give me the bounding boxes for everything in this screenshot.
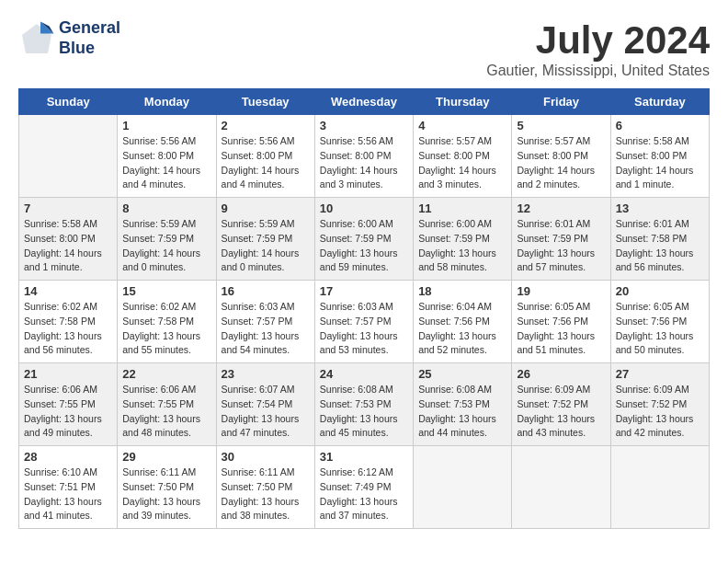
day-number: 4 xyxy=(418,119,506,132)
cell-content: Sunrise: 6:08 AMSunset: 7:53 PMDaylight:… xyxy=(320,383,408,441)
day-number: 13 xyxy=(616,201,704,215)
day-number: 7 xyxy=(24,201,112,215)
calendar-cell: 31Sunrise: 6:12 AMSunset: 7:49 PMDayligh… xyxy=(314,446,413,529)
day-number: 3 xyxy=(320,119,408,132)
cell-content: Sunrise: 6:01 AMSunset: 7:59 PMDaylight:… xyxy=(517,217,605,275)
day-number: 6 xyxy=(616,119,704,132)
calendar-cell: 28Sunrise: 6:10 AMSunset: 7:51 PMDayligh… xyxy=(19,446,118,529)
calendar-cell: 12Sunrise: 6:01 AMSunset: 7:59 PMDayligh… xyxy=(512,198,610,281)
day-header-thursday: Thursday xyxy=(414,89,512,115)
cell-content: Sunrise: 6:09 AMSunset: 7:52 PMDaylight:… xyxy=(616,383,704,441)
day-number: 20 xyxy=(616,284,704,298)
day-number: 8 xyxy=(122,201,210,215)
day-number: 31 xyxy=(320,450,408,464)
calendar-cell: 4Sunrise: 5:57 AMSunset: 8:00 PMDaylight… xyxy=(414,115,512,198)
cell-content: Sunrise: 6:11 AMSunset: 7:50 PMDaylight:… xyxy=(122,465,210,523)
day-number: 23 xyxy=(222,367,310,381)
calendar-cell: 2Sunrise: 5:56 AMSunset: 8:00 PMDaylight… xyxy=(216,115,314,198)
title-area: July 2024 Gautier, Mississippi, United S… xyxy=(486,18,710,79)
calendar-cell: 23Sunrise: 6:07 AMSunset: 7:54 PMDayligh… xyxy=(216,363,314,446)
cell-content: Sunrise: 6:04 AMSunset: 7:56 PMDaylight:… xyxy=(418,300,506,358)
cell-content: Sunrise: 6:01 AMSunset: 7:58 PMDaylight:… xyxy=(616,217,704,275)
cell-content: Sunrise: 6:11 AMSunset: 7:50 PMDaylight:… xyxy=(222,465,310,523)
calendar-cell: 8Sunrise: 5:59 AMSunset: 7:59 PMDaylight… xyxy=(118,198,216,281)
day-number: 25 xyxy=(418,367,506,381)
cell-content: Sunrise: 5:58 AMSunset: 8:00 PMDaylight:… xyxy=(24,217,112,275)
cell-content: Sunrise: 6:12 AMSunset: 7:49 PMDaylight:… xyxy=(320,465,408,523)
calendar-cell xyxy=(512,446,610,529)
logo: General Blue xyxy=(18,18,120,58)
day-header-saturday: Saturday xyxy=(610,89,709,115)
cell-content: Sunrise: 6:03 AMSunset: 7:57 PMDaylight:… xyxy=(222,300,310,358)
cell-content: Sunrise: 6:02 AMSunset: 7:58 PMDaylight:… xyxy=(122,300,210,358)
calendar-cell: 10Sunrise: 6:00 AMSunset: 7:59 PMDayligh… xyxy=(314,198,413,281)
calendar-cell: 24Sunrise: 6:08 AMSunset: 7:53 PMDayligh… xyxy=(314,363,413,446)
day-number: 14 xyxy=(24,284,112,298)
calendar-cell: 27Sunrise: 6:09 AMSunset: 7:52 PMDayligh… xyxy=(610,363,709,446)
day-header-friday: Friday xyxy=(512,89,610,115)
cell-content: Sunrise: 6:02 AMSunset: 7:58 PMDaylight:… xyxy=(24,300,112,358)
day-number: 2 xyxy=(222,119,310,132)
day-number: 27 xyxy=(616,367,704,381)
page-header: General Blue July 2024 Gautier, Mississi… xyxy=(18,18,710,79)
cell-content: Sunrise: 5:57 AMSunset: 8:00 PMDaylight:… xyxy=(418,134,506,192)
logo-line2: Blue xyxy=(59,39,120,59)
calendar-cell: 22Sunrise: 6:06 AMSunset: 7:55 PMDayligh… xyxy=(118,363,216,446)
calendar-cell: 6Sunrise: 5:58 AMSunset: 8:00 PMDaylight… xyxy=(610,115,709,198)
month-title: July 2024 xyxy=(486,18,710,63)
calendar-header: SundayMondayTuesdayWednesdayThursdayFrid… xyxy=(19,89,710,115)
day-number: 30 xyxy=(222,450,310,464)
cell-content: Sunrise: 6:06 AMSunset: 7:55 PMDaylight:… xyxy=(24,383,112,441)
day-number: 1 xyxy=(122,119,210,132)
cell-content: Sunrise: 6:00 AMSunset: 7:59 PMDaylight:… xyxy=(320,217,408,275)
day-number: 15 xyxy=(122,284,210,298)
cell-content: Sunrise: 6:07 AMSunset: 7:54 PMDaylight:… xyxy=(222,383,310,441)
day-number: 28 xyxy=(24,450,112,464)
day-number: 21 xyxy=(24,367,112,381)
calendar-cell xyxy=(414,446,512,529)
day-number: 16 xyxy=(222,284,310,298)
cell-content: Sunrise: 6:05 AMSunset: 7:56 PMDaylight:… xyxy=(517,300,605,358)
cell-content: Sunrise: 5:57 AMSunset: 8:00 PMDaylight:… xyxy=(517,134,605,192)
calendar-cell: 26Sunrise: 6:09 AMSunset: 7:52 PMDayligh… xyxy=(512,363,610,446)
calendar-cell: 1Sunrise: 5:56 AMSunset: 8:00 PMDaylight… xyxy=(118,115,216,198)
day-number: 29 xyxy=(122,450,210,464)
calendar-cell: 9Sunrise: 5:59 AMSunset: 7:59 PMDaylight… xyxy=(216,198,314,281)
cell-content: Sunrise: 6:09 AMSunset: 7:52 PMDaylight:… xyxy=(517,383,605,441)
calendar-cell: 29Sunrise: 6:11 AMSunset: 7:50 PMDayligh… xyxy=(118,446,216,529)
cell-content: Sunrise: 6:08 AMSunset: 7:53 PMDaylight:… xyxy=(418,383,506,441)
day-number: 22 xyxy=(122,367,210,381)
day-number: 12 xyxy=(517,201,605,215)
day-number: 24 xyxy=(320,367,408,381)
cell-content: Sunrise: 5:59 AMSunset: 7:59 PMDaylight:… xyxy=(222,217,310,275)
day-number: 11 xyxy=(418,201,506,215)
cell-content: Sunrise: 5:59 AMSunset: 7:59 PMDaylight:… xyxy=(122,217,210,275)
cell-content: Sunrise: 5:56 AMSunset: 8:00 PMDaylight:… xyxy=(222,134,310,192)
calendar-cell: 25Sunrise: 6:08 AMSunset: 7:53 PMDayligh… xyxy=(414,363,512,446)
calendar-cell: 18Sunrise: 6:04 AMSunset: 7:56 PMDayligh… xyxy=(414,281,512,363)
cell-content: Sunrise: 5:58 AMSunset: 8:00 PMDaylight:… xyxy=(616,134,704,192)
calendar-cell: 14Sunrise: 6:02 AMSunset: 7:58 PMDayligh… xyxy=(19,281,118,363)
calendar-cell: 5Sunrise: 5:57 AMSunset: 8:00 PMDaylight… xyxy=(512,115,610,198)
calendar-cell: 13Sunrise: 6:01 AMSunset: 7:58 PMDayligh… xyxy=(610,198,709,281)
calendar-table: SundayMondayTuesdayWednesdayThursdayFrid… xyxy=(18,88,710,529)
calendar-cell xyxy=(610,446,709,529)
logo-line1: General xyxy=(59,18,120,39)
cell-content: Sunrise: 6:03 AMSunset: 7:57 PMDaylight:… xyxy=(320,300,408,358)
cell-content: Sunrise: 6:06 AMSunset: 7:55 PMDaylight:… xyxy=(122,383,210,441)
day-number: 18 xyxy=(418,284,506,298)
day-header-monday: Monday xyxy=(118,89,216,115)
cell-content: Sunrise: 6:00 AMSunset: 7:59 PMDaylight:… xyxy=(418,217,506,275)
day-header-sunday: Sunday xyxy=(19,89,118,115)
calendar-cell: 30Sunrise: 6:11 AMSunset: 7:50 PMDayligh… xyxy=(216,446,314,529)
calendar-cell: 17Sunrise: 6:03 AMSunset: 7:57 PMDayligh… xyxy=(314,281,413,363)
calendar-cell: 7Sunrise: 5:58 AMSunset: 8:00 PMDaylight… xyxy=(19,198,118,281)
location: Gautier, Mississippi, United States xyxy=(486,63,710,79)
calendar-cell: 15Sunrise: 6:02 AMSunset: 7:58 PMDayligh… xyxy=(118,281,216,363)
calendar-cell: 20Sunrise: 6:05 AMSunset: 7:56 PMDayligh… xyxy=(610,281,709,363)
day-header-wednesday: Wednesday xyxy=(314,89,413,115)
day-number: 19 xyxy=(517,284,605,298)
logo-icon xyxy=(18,20,55,57)
calendar-cell: 11Sunrise: 6:00 AMSunset: 7:59 PMDayligh… xyxy=(414,198,512,281)
calendar-cell: 19Sunrise: 6:05 AMSunset: 7:56 PMDayligh… xyxy=(512,281,610,363)
